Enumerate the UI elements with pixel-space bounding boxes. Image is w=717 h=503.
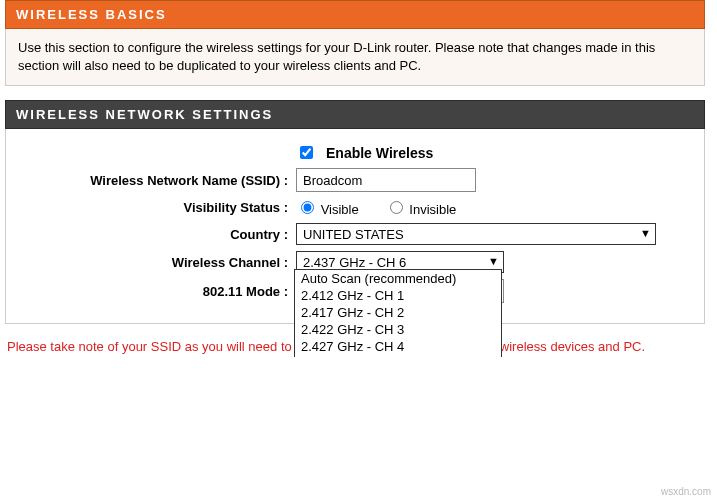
country-select[interactable]: UNITED STATES ▼	[296, 223, 656, 245]
wireless-basics-description: Use this section to configure the wirele…	[18, 40, 655, 73]
visibility-invisible-text: Invisible	[409, 202, 456, 217]
channel-label: Wireless Channel :	[16, 255, 296, 270]
wireless-settings-header: WIRELESS NETWORK SETTINGS	[5, 100, 705, 129]
visibility-label: Visibility Status :	[16, 200, 296, 215]
enable-wireless-label: Enable Wireless	[326, 145, 433, 161]
country-value: UNITED STATES	[303, 227, 404, 242]
channel-option[interactable]: 2.412 GHz - CH 1	[295, 287, 501, 304]
channel-value: 2.437 GHz - CH 6	[303, 255, 406, 270]
country-row: Country : UNITED STATES ▼	[16, 223, 694, 245]
channel-dropdown[interactable]: Auto Scan (recommended)2.412 GHz - CH 12…	[294, 269, 502, 356]
wireless-settings-body: Enable Wireless Wireless Network Name (S…	[5, 129, 705, 324]
visibility-invisible-option[interactable]: Invisible	[385, 198, 457, 217]
wireless-basics-body: Use this section to configure the wirele…	[5, 29, 705, 86]
channel-option[interactable]: 2.432 GHz - CH 5	[295, 355, 501, 356]
channel-option[interactable]: 2.417 GHz - CH 2	[295, 304, 501, 321]
visibility-visible-option[interactable]: Visible	[296, 198, 359, 217]
channel-option[interactable]: 2.422 GHz - CH 3	[295, 321, 501, 338]
chevron-down-icon: ▼	[488, 255, 499, 267]
ssid-row: Wireless Network Name (SSID) :	[16, 168, 694, 192]
mode-label: 802.11 Mode :	[16, 284, 296, 299]
enable-row: Enable Wireless	[16, 143, 694, 162]
channel-option[interactable]: 2.427 GHz - CH 4	[295, 338, 501, 355]
visibility-visible-radio[interactable]	[301, 201, 314, 214]
wireless-basics-header: WIRELESS BASICS	[5, 0, 705, 29]
visibility-visible-text: Visible	[321, 202, 359, 217]
country-label: Country :	[16, 227, 296, 242]
ssid-label: Wireless Network Name (SSID) :	[16, 173, 296, 188]
channel-option[interactable]: Auto Scan (recommended)	[295, 270, 501, 287]
visibility-row: Visibility Status : Visible Invisible	[16, 198, 694, 217]
wireless-basics-title: WIRELESS BASICS	[16, 7, 167, 22]
chevron-down-icon: ▼	[640, 227, 651, 239]
visibility-invisible-radio[interactable]	[390, 201, 403, 214]
wireless-settings-title: WIRELESS NETWORK SETTINGS	[16, 107, 273, 122]
enable-wireless-checkbox[interactable]	[300, 146, 313, 159]
ssid-input[interactable]	[296, 168, 476, 192]
